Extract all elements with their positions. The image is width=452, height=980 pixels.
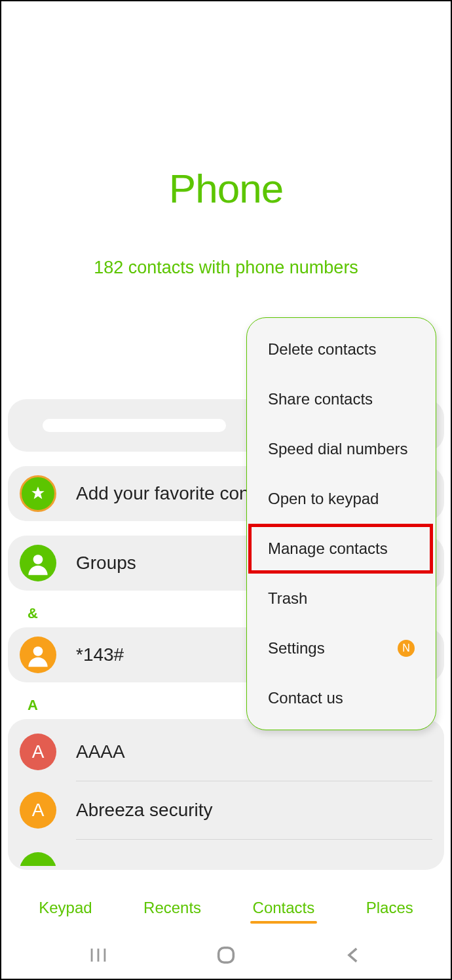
menu-delete-contacts[interactable]: Delete contacts: [247, 324, 436, 374]
tab-recents[interactable]: Recents: [140, 891, 205, 925]
person-icon: [20, 637, 56, 673]
menu-open-keypad[interactable]: Open to keypad: [247, 474, 436, 524]
contact-row-abreeza[interactable]: A Abreeza security: [20, 781, 432, 839]
svg-point-1: [33, 646, 43, 656]
contacts-group-a: A AAAA A Abreeza security: [8, 719, 444, 870]
avatar: A: [20, 734, 56, 770]
menu-settings[interactable]: Settings N: [247, 623, 436, 673]
menu-contact-us[interactable]: Contact us: [247, 673, 436, 723]
tab-keypad[interactable]: Keypad: [35, 891, 96, 925]
menu-share-contacts[interactable]: Share contacts: [247, 374, 436, 424]
back-icon[interactable]: [343, 944, 365, 966]
home-icon[interactable]: [215, 944, 237, 966]
contact-name: AAAA: [76, 741, 125, 762]
person-icon: [20, 545, 56, 581]
menu-speed-dial[interactable]: Speed dial numbers: [247, 424, 436, 474]
bottom-tabs: Keypad Recents Contacts Places: [1, 891, 451, 925]
tab-places[interactable]: Places: [362, 891, 417, 925]
contact-row-aaaa[interactable]: A AAAA: [20, 723, 432, 781]
new-badge: N: [398, 640, 415, 657]
menu-manage-contacts[interactable]: Manage contacts: [247, 524, 436, 574]
system-navbar: [1, 931, 451, 979]
page-title: Phone: [1, 165, 451, 212]
header: Phone 182 contacts with phone numbers: [1, 1, 451, 278]
contact-name: Abreeza security: [76, 800, 213, 821]
tab-contacts[interactable]: Contacts: [249, 891, 319, 925]
recents-icon[interactable]: [87, 944, 109, 966]
star-icon: [20, 475, 56, 512]
contact-row-partial[interactable]: [20, 840, 432, 866]
search-redacted: [43, 419, 226, 432]
groups-label: Groups: [76, 553, 136, 574]
contact-name: *143#: [76, 644, 124, 665]
svg-rect-5: [219, 948, 234, 963]
avatar: [20, 852, 56, 866]
svg-point-0: [33, 555, 43, 564]
contacts-count: 182 contacts with phone numbers: [1, 258, 451, 278]
menu-trash[interactable]: Trash: [247, 574, 436, 623]
menu-settings-label: Settings: [268, 639, 325, 657]
overflow-menu: Delete contacts Share contacts Speed dia…: [246, 317, 436, 730]
avatar: A: [20, 792, 56, 829]
